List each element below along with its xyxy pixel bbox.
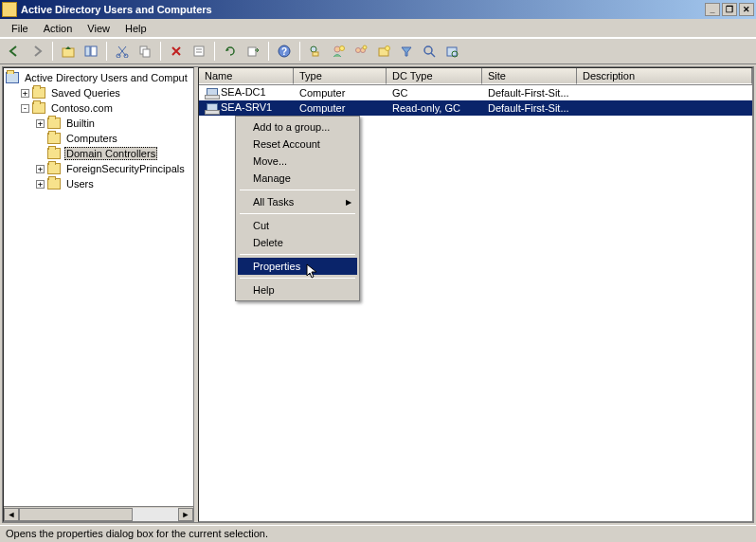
col-site[interactable]: Site bbox=[482, 68, 577, 84]
cell: Read-only, GC bbox=[387, 102, 482, 114]
col-dctype[interactable]: DC Type bbox=[387, 68, 482, 84]
expand-icon[interactable]: + bbox=[36, 165, 45, 173]
tree-label: Saved Queries bbox=[49, 87, 122, 99]
menu-bar: File Action View Help bbox=[0, 19, 756, 38]
context-menu-item[interactable]: Manage bbox=[238, 170, 357, 187]
maximize-button[interactable]: ❐ bbox=[722, 3, 737, 16]
tree-label: Users bbox=[64, 178, 96, 190]
col-name[interactable]: Name bbox=[199, 68, 294, 84]
cell: Default-First-Sit... bbox=[482, 87, 577, 99]
tree-label: Computers bbox=[64, 133, 119, 144]
expand-icon[interactable]: + bbox=[36, 180, 45, 189]
scroll-left-button[interactable]: ◄ bbox=[4, 508, 19, 521]
context-menu-item[interactable]: Move... bbox=[238, 153, 357, 170]
folder-icon bbox=[47, 148, 61, 159]
list-row[interactable]: SEA-SRV1ComputerRead-only, GCDefault-Fir… bbox=[199, 100, 752, 116]
menu-action[interactable]: Action bbox=[36, 21, 81, 36]
col-desc[interactable]: Description bbox=[577, 68, 752, 84]
context-menu-item[interactable]: Delete bbox=[238, 234, 357, 251]
context-menu-item[interactable]: Cut bbox=[238, 217, 357, 234]
minimize-button[interactable]: _ bbox=[705, 3, 720, 16]
collapse-icon[interactable]: - bbox=[21, 104, 29, 113]
tree-label: Domain Controllers bbox=[64, 147, 157, 160]
scroll-right-button[interactable]: ► bbox=[178, 508, 193, 521]
context-menu-item[interactable]: Reset Account bbox=[238, 136, 357, 153]
saved-queries-button[interactable] bbox=[441, 41, 462, 62]
svg-rect-1 bbox=[85, 46, 90, 56]
folder-icon bbox=[47, 163, 61, 174]
context-menu-item[interactable]: All Tasks bbox=[238, 193, 357, 210]
close-button[interactable]: ✕ bbox=[739, 3, 754, 16]
svg-point-19 bbox=[363, 45, 367, 49]
cell: GC bbox=[387, 87, 482, 99]
svg-point-17 bbox=[356, 48, 361, 53]
tree-pane: Active Directory Users and Comput +Saved… bbox=[3, 67, 194, 522]
properties-button[interactable] bbox=[189, 41, 209, 62]
tree-node[interactable]: +Saved Queries bbox=[4, 85, 193, 100]
tree-hscroll[interactable]: ◄ ► bbox=[4, 506, 193, 521]
show-hide-button[interactable] bbox=[81, 41, 101, 62]
menu-file[interactable]: File bbox=[4, 21, 36, 36]
svg-rect-6 bbox=[143, 49, 150, 57]
add-group-button[interactable] bbox=[351, 41, 371, 62]
cell: SEA-DC1 bbox=[199, 86, 294, 99]
cell: Computer bbox=[294, 102, 387, 114]
scroll-track[interactable] bbox=[19, 508, 178, 521]
svg-rect-2 bbox=[91, 46, 97, 56]
up-button[interactable] bbox=[58, 41, 79, 62]
add-ou-button[interactable] bbox=[373, 41, 394, 62]
nav-back-button[interactable] bbox=[4, 41, 25, 62]
toolbar-separator bbox=[52, 42, 53, 61]
root-icon bbox=[6, 72, 19, 83]
cut-button[interactable] bbox=[112, 41, 133, 62]
context-menu-item[interactable]: Help bbox=[238, 281, 357, 298]
copy-button[interactable] bbox=[135, 41, 155, 62]
svg-point-22 bbox=[424, 46, 432, 54]
tree-label: Active Directory Users and Comput bbox=[23, 72, 189, 83]
tree-node[interactable]: +Users bbox=[4, 176, 193, 191]
svg-text:?: ? bbox=[281, 46, 287, 57]
scroll-thumb[interactable] bbox=[19, 508, 133, 521]
svg-point-13 bbox=[311, 46, 316, 52]
list-rows[interactable]: SEA-DC1ComputerGCDefault-First-Sit...SEA… bbox=[199, 85, 752, 116]
find-button[interactable] bbox=[305, 41, 326, 62]
tree-node[interactable]: +Builtin bbox=[4, 116, 193, 131]
context-menu-separator bbox=[240, 278, 355, 279]
delete-button[interactable] bbox=[166, 41, 187, 62]
tree-label: Contoso.com bbox=[49, 102, 115, 114]
menu-view[interactable]: View bbox=[80, 21, 117, 36]
toolbar-separator bbox=[268, 42, 269, 61]
tree-root[interactable]: Active Directory Users and Comput bbox=[4, 70, 193, 85]
expand-icon[interactable]: + bbox=[36, 119, 45, 128]
col-type[interactable]: Type bbox=[294, 68, 387, 84]
tree-node[interactable]: +ForeignSecurityPrincipals bbox=[4, 161, 193, 176]
filter-button[interactable] bbox=[396, 41, 417, 62]
context-menu: Add to a group...Reset AccountMove...Man… bbox=[235, 116, 360, 301]
export-button[interactable] bbox=[243, 41, 263, 62]
toolbar-separator bbox=[106, 42, 107, 61]
tree-node[interactable]: -Contoso.com bbox=[4, 100, 193, 116]
nav-forward-button[interactable] bbox=[27, 41, 47, 62]
status-text: Opens the properties dialog box for the … bbox=[6, 528, 268, 539]
expand-icon[interactable]: + bbox=[21, 89, 29, 98]
context-menu-item[interactable]: Properties bbox=[238, 258, 357, 275]
svg-line-23 bbox=[431, 53, 435, 57]
tree-body[interactable]: Active Directory Users and Comput +Saved… bbox=[4, 68, 193, 506]
svg-rect-7 bbox=[194, 46, 204, 56]
context-menu-item[interactable]: Add to a group... bbox=[238, 118, 357, 136]
search-button[interactable] bbox=[419, 41, 440, 62]
tree-node[interactable]: Domain Controllers bbox=[4, 146, 193, 161]
menu-help[interactable]: Help bbox=[117, 21, 154, 36]
folder-icon bbox=[32, 102, 45, 114]
toolbar-separator bbox=[214, 42, 215, 61]
help-button[interactable]: ? bbox=[274, 41, 295, 62]
window-titlebar: Active Directory Users and Computers _ ❐… bbox=[0, 0, 756, 19]
tree-node[interactable]: Computers bbox=[4, 131, 193, 146]
add-user-button[interactable] bbox=[328, 41, 349, 62]
folder-icon bbox=[47, 178, 61, 190]
list-row[interactable]: SEA-DC1ComputerGCDefault-First-Sit... bbox=[199, 85, 752, 100]
refresh-button[interactable] bbox=[220, 41, 241, 62]
svg-point-21 bbox=[386, 46, 390, 51]
cell: SEA-SRV1 bbox=[199, 101, 294, 114]
svg-rect-10 bbox=[248, 47, 256, 56]
